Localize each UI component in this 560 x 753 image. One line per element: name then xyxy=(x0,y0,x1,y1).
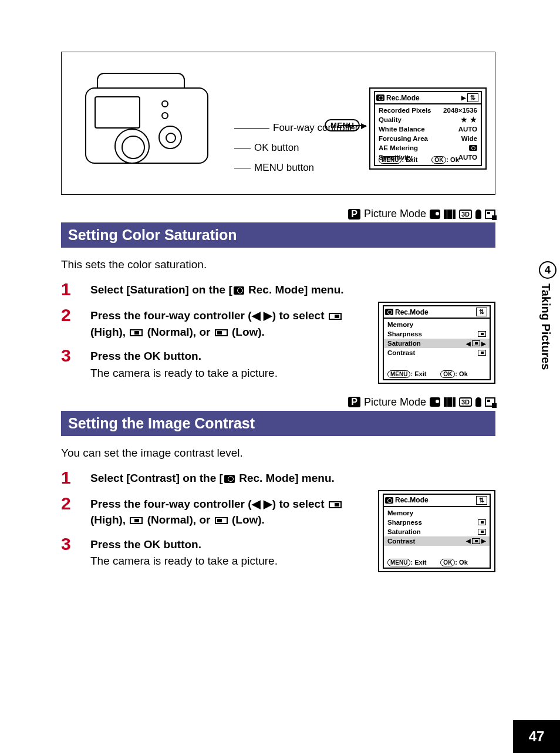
step-number: 3 xyxy=(61,346,90,380)
filter-mode-icon xyxy=(485,397,495,407)
menu-key-icon: MENU xyxy=(379,156,402,164)
lcd-title: Rec.Mode xyxy=(386,94,420,102)
row-label: Contrast xyxy=(387,349,415,356)
filter-mode-icon xyxy=(485,210,495,219)
three-d-mode-icon: 3D xyxy=(459,210,472,219)
steps-saturation: 1 Select [Saturation] on the [ Rec. Mode… xyxy=(61,279,495,380)
diagram-labels: Four-way controller OK button MENU butto… xyxy=(234,118,359,178)
camera-icon xyxy=(385,497,393,504)
camera-diagram-box: MENU Four-way controller OK button MENU … xyxy=(61,52,495,195)
row-value: Wide xyxy=(461,135,477,142)
night-mode-icon xyxy=(430,397,440,407)
voice-mode-icon xyxy=(475,210,481,219)
label-menu-button: MENU button xyxy=(254,158,314,178)
three-d-mode-icon: 3D xyxy=(459,397,472,407)
row-label: Contrast xyxy=(387,538,415,545)
level-normal-icon xyxy=(130,517,143,524)
row-label: Sharpness xyxy=(387,519,422,526)
p-mode-icon: P xyxy=(348,397,360,407)
row-label: Sharpness xyxy=(387,330,422,337)
ok-key-icon: OK xyxy=(431,156,446,164)
chapter-number: 4 xyxy=(539,261,556,279)
step-number: 1 xyxy=(61,468,90,488)
menu-key-icon: MENU xyxy=(387,559,410,566)
p-mode-icon: P xyxy=(348,209,360,220)
level-normal-icon xyxy=(130,329,143,336)
intro-text: This sets the color saturation. xyxy=(61,258,495,271)
voice-mode-icon xyxy=(475,397,481,407)
row-value: 2048×1536 xyxy=(443,107,477,114)
lcd-contrast: Rec.Mode ⇅ Memory Sharpness Saturation C… xyxy=(378,490,495,572)
camera-icon xyxy=(376,94,384,101)
camera-icon xyxy=(385,309,393,315)
row-label: Saturation xyxy=(387,528,421,535)
row-label: AE Metering xyxy=(379,144,418,151)
chapter-title: Taking Pictures xyxy=(539,283,552,370)
side-tab: 4 Taking Pictures xyxy=(535,261,560,370)
tab-indicator-icon: ⇅ xyxy=(476,496,487,505)
row-label: Memory xyxy=(387,509,413,516)
menu-key-icon: MENU xyxy=(387,370,410,378)
camera-icon xyxy=(224,475,235,483)
night-mode-icon xyxy=(430,210,440,219)
step-number: 3 xyxy=(61,534,90,568)
level-high-icon xyxy=(329,313,342,320)
row-label: Quality xyxy=(379,116,402,123)
metering-icon xyxy=(469,145,477,151)
label-ok-button: OK button xyxy=(254,138,299,158)
intro-text: You can set the image contrast level. xyxy=(61,447,495,460)
tab-indicator-icon: ⇅ xyxy=(467,93,478,102)
page-number: 47 xyxy=(513,720,560,753)
row-label: Saturation xyxy=(387,340,421,347)
lcd-rec-mode-main: Rec.Mode ▶⇅ Recorded Pixels2048×1536 Qua… xyxy=(369,87,487,170)
ok-key-icon: OK xyxy=(440,370,455,378)
ok-key-icon: OK xyxy=(440,559,455,566)
row-label: Recorded Pixels xyxy=(379,107,431,114)
row-label: White Balance xyxy=(379,126,425,133)
step-number: 2 xyxy=(61,494,90,528)
content-area: MENU Four-way controller OK button MENU … xyxy=(61,52,495,573)
camera-icon xyxy=(234,286,244,295)
step-number: 1 xyxy=(61,279,90,299)
level-high-icon xyxy=(329,501,342,508)
row-label: Forcusing Area xyxy=(379,135,428,142)
mode-label: Picture Mode xyxy=(364,208,426,220)
section-heading-contrast: Setting the Image Contrast xyxy=(61,411,495,436)
mode-icons-row: P Picture Mode 3D xyxy=(61,208,495,220)
movie-mode-icon xyxy=(444,210,456,219)
movie-mode-icon xyxy=(444,397,456,407)
camera-illustration xyxy=(73,64,249,181)
label-four-way: Four-way controller xyxy=(273,118,359,138)
section-heading-saturation: Setting Color Saturation xyxy=(61,222,495,248)
level-low-icon xyxy=(215,329,228,336)
mode-icons-row: P Picture Mode 3D xyxy=(61,396,495,408)
mode-label: Picture Mode xyxy=(364,396,426,408)
lcd-saturation: Rec.Mode ⇅ Memory Sharpness Saturation◀▶… xyxy=(378,302,495,384)
tab-indicator-icon: ⇅ xyxy=(476,308,487,316)
level-low-icon xyxy=(215,517,228,524)
step-number: 2 xyxy=(61,305,90,340)
page: 4 Taking Pictures 47 MENU Four-way contr… xyxy=(0,0,560,753)
row-label: Memory xyxy=(387,321,413,328)
row-value: ★ ★ xyxy=(461,116,477,124)
row-value: AUTO xyxy=(458,126,477,133)
steps-contrast: 1 Select [Contrast] on the [ Rec. Mode] … xyxy=(61,468,495,568)
